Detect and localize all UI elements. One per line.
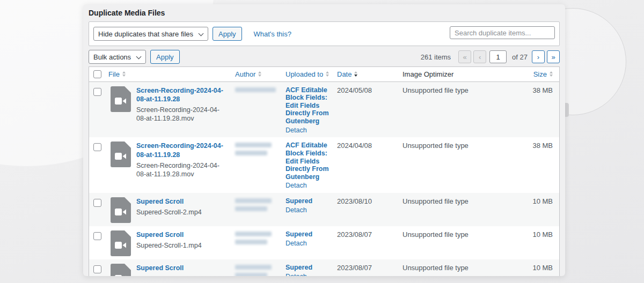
file-name: Screen-Recording-2024-04-08-at-11.19.28.… [136,161,229,179]
table-row: Supered Scroll Supered-Scroll-1.mp4 Supe… [89,226,559,259]
sort-arrows-icon [122,71,126,77]
author-cell [232,137,282,193]
sort-arrows-icon [550,71,553,77]
table-header-row: File Author Uploaded to Date [89,67,559,81]
table-row: Supered Scroll Supered-Scroll-2.mp4 Supe… [89,193,559,226]
filter-apply-button[interactable]: Apply [213,27,242,41]
size-cell: 10 MB [507,259,559,276]
video-file-icon [111,264,131,276]
row-checkbox[interactable] [93,232,101,240]
file-title-link[interactable]: Supered Scroll [136,197,229,206]
prev-page-button[interactable]: ‹ [473,50,486,63]
uploaded-to-link[interactable]: ACF Editable Block Fields: Edit Fields D… [286,86,333,125]
date-cell: 2024/04/08 [334,137,399,193]
file-name: Supered-Scroll-1.mp4 [136,241,229,250]
detach-link[interactable]: Detach [286,206,333,214]
video-file-icon [111,230,131,256]
video-file-icon [111,142,131,167]
date-cell: 2024/05/08 [334,81,399,137]
size-cell: 38 MB [507,81,559,137]
current-page-input[interactable] [489,50,507,63]
file-name: Screen-Recording-2024-04-08-at-11.19.28.… [136,106,229,123]
bulk-apply-button[interactable]: Apply [150,50,180,64]
uploaded-to-link[interactable]: Supered [286,197,333,205]
detach-link[interactable]: Detach [286,240,333,248]
detach-link[interactable]: Detach [286,126,333,135]
size-cell: 10 MB [507,226,559,259]
uploaded-to-link[interactable]: ACF Editable Block Fields: Edit Fields D… [286,142,333,181]
pagination: 261 items « ‹ of 27 › » [421,50,560,63]
select-all-checkbox[interactable] [93,70,101,78]
uploaded-to-link[interactable]: Supered [286,264,333,272]
items-count: 261 items [421,53,451,61]
duplicates-table: File Author Uploaded to Date [89,66,560,276]
duplicate-filter-select[interactable]: Hide duplicates that share files [93,27,208,41]
optimizer-cell: Unsupported file type [399,81,507,137]
row-checkbox[interactable] [93,265,101,273]
file-title-link[interactable]: Supered Scroll [136,230,229,239]
detach-link[interactable]: Detach [286,273,333,276]
bulk-actions-select-wrap: Bulk actions [89,50,146,64]
video-file-icon [111,197,131,223]
date-cell: 2023/08/10 [334,193,399,226]
sort-arrows-icon [354,71,357,77]
row-checkbox[interactable] [93,199,101,207]
file-name: Supered-Scroll.mp4 [136,274,229,276]
filter-bar: Hide duplicates that share files Apply W… [89,21,560,46]
date-cell: 2023/08/07 [334,259,399,276]
table-nav: Bulk actions Apply 261 items « ‹ of 27 ›… [89,50,560,64]
file-title-link[interactable]: Screen-Recording-2024-04-08-at-11.19.28 [136,86,229,104]
author-cell [232,81,282,137]
column-header-file[interactable]: File [105,67,232,81]
optimizer-cell: Unsupported file type [399,137,507,193]
optimizer-cell: Unsupported file type [399,193,507,226]
next-page-button[interactable]: › [532,50,545,63]
first-page-button[interactable]: « [458,50,471,63]
search-input[interactable] [450,26,555,39]
row-checkbox[interactable] [93,88,101,96]
sort-arrows-icon [258,71,261,77]
column-header-image-optimizer: Image Optimizer [399,67,507,81]
author-cell [232,259,282,276]
redacted-author [235,142,279,155]
optimizer-cell: Unsupported file type [399,226,507,259]
author-cell [232,226,282,259]
bulk-actions-select[interactable]: Bulk actions [89,50,146,64]
date-cell: 2023/08/07 [334,226,399,259]
column-header-size[interactable]: Size [507,67,559,81]
size-cell: 38 MB [507,137,559,193]
file-name: Supered-Scroll-2.mp4 [136,208,229,217]
author-cell [232,193,282,226]
redacted-author [235,264,279,276]
page-title: Duplicate Media Files [89,9,560,17]
whats-this-link[interactable]: What's this? [254,30,291,38]
sort-arrows-icon [326,71,329,77]
column-header-author[interactable]: Author [232,67,282,81]
column-header-date[interactable]: Date [334,67,399,81]
column-header-uploaded-to[interactable]: Uploaded to [282,67,334,81]
detach-link[interactable]: Detach [286,182,333,190]
video-file-icon [111,86,131,112]
redacted-author [235,86,279,92]
row-checkbox[interactable] [93,143,101,151]
duplicate-media-panel: Duplicate Media Files Hide duplicates th… [83,4,565,276]
redacted-author [235,230,279,244]
redacted-author [235,197,279,211]
table-row: Supered Scroll Supered-Scroll.mp4 Supere… [89,259,559,276]
last-page-button[interactable]: » [547,50,560,63]
file-title-link[interactable]: Supered Scroll [136,264,229,272]
optimizer-cell: Unsupported file type [399,259,507,276]
table-row: Screen-Recording-2024-04-08-at-11.19.28 … [89,81,559,137]
uploaded-to-link[interactable]: Supered [286,230,333,239]
total-pages-label: of 27 [512,53,528,61]
file-title-link[interactable]: Screen-Recording-2024-04-08-at-11.19.28 [136,142,229,159]
table-row: Screen-Recording-2024-04-08-at-11.19.28 … [89,137,559,193]
size-cell: 10 MB [507,193,559,226]
duplicate-filter-select-wrap: Hide duplicates that share files [93,27,208,41]
